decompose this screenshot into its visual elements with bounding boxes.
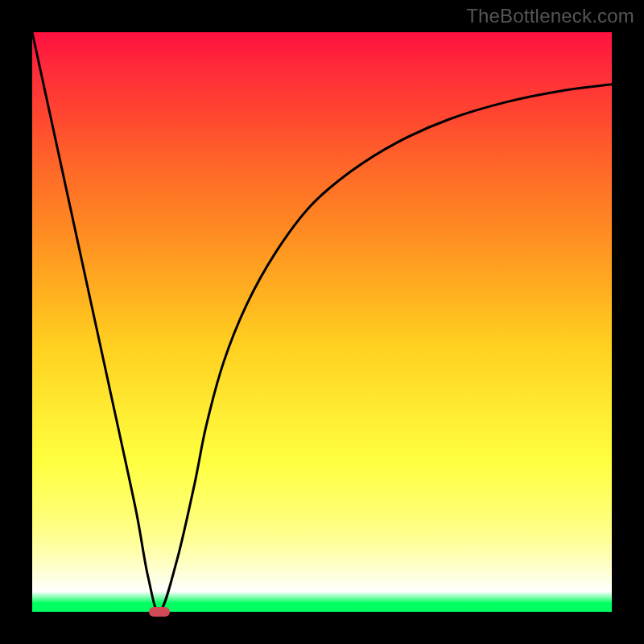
chart-plot-area <box>32 32 612 612</box>
bottleneck-curve-line <box>32 32 612 612</box>
chart-svg <box>32 32 612 612</box>
watermark-text: TheBottleneck.com <box>466 5 634 27</box>
optimal-point-marker <box>149 607 170 617</box>
